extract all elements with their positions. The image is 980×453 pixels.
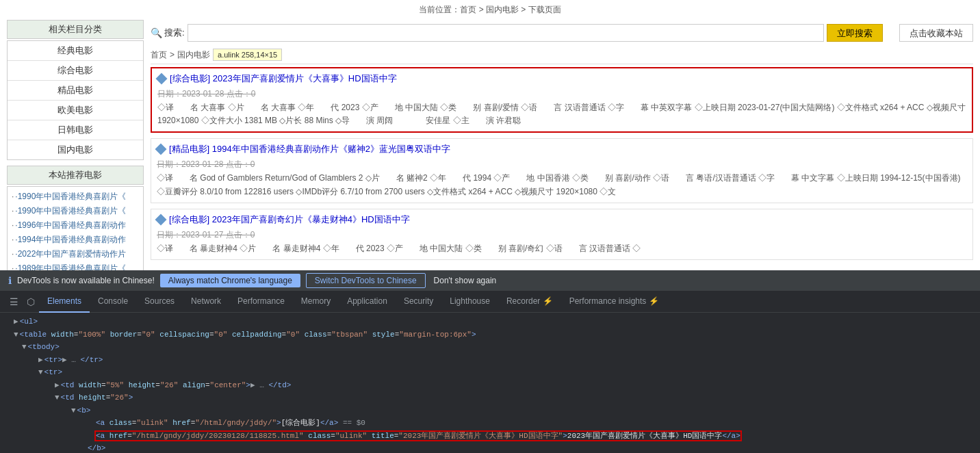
movie-title-link-1[interactable]: [综合电影] 2023年国产喜剧爱情片《大喜事》HD国语中字 (170, 73, 397, 85)
devtools-menu-icon[interactable]: ☰ (5, 294, 23, 310)
notification-text: DevTools is now available in Chinese! (17, 276, 155, 285)
devtools-code-area: ▶<ul> ▼<table width="100%" border="0" ce… (0, 313, 980, 453)
breadcrumb: 当前位置：首页 > 国内电影 > 下载页面 (0, 0, 980, 20)
category-title: 相关栏目分类 (7, 20, 144, 39)
search-label: 🔍 搜索: (151, 27, 185, 39)
search-icon: 🔍 (151, 27, 162, 38)
movie-title-row-1: [综合电影] 2023年国产喜剧爱情片《大喜事》HD国语中字 (157, 73, 966, 85)
tab-performance[interactable]: Performance (229, 291, 293, 313)
bookmark-button[interactable]: 点击收藏本站 (899, 24, 973, 42)
code-line-b: ▼<b> (47, 404, 975, 417)
recommend-item[interactable]: ·1990年中国香港经典喜剧片《 (12, 204, 139, 218)
tab-lighthouse[interactable]: Lighthouse (441, 291, 498, 313)
recommend-list: ·1990年中国香港经典喜剧片《 ·1990年中国香港经典喜剧片《 ·1996年… (7, 186, 144, 270)
code-line-b-close: </b> (47, 442, 975, 453)
collapse-icon[interactable]: ▶ (55, 380, 60, 391)
devtools-inspect-icon[interactable]: ⬡ (23, 294, 39, 310)
diamond-icon (155, 213, 167, 225)
sidebar-item-general[interactable]: 综合电影 (8, 61, 143, 81)
sidebar-item-domestic[interactable]: 国内电影 (8, 140, 143, 159)
code-line-tr-expanded: ▼<tr> (30, 366, 975, 379)
code-line-a-title[interactable]: <a href="/html/gndy/jddy/20230128/118825… (47, 430, 975, 443)
movie-title-row-3: [综合电影] 2023年国产喜剧奇幻片《暴走财神4》HD国语中字 (157, 213, 967, 226)
main-content: 相关栏目分类 经典电影 综合电影 精品电影 欧美电影 日韩电影 国内电影 本站推… (0, 20, 980, 270)
movie-title-link-2[interactable]: [精品电影] 1994年中国香港经典喜剧动作片《赌神2》蓝光国粤双语中字 (169, 143, 450, 155)
tab-application[interactable]: Application (339, 291, 396, 313)
collapse-icon[interactable]: ▼ (14, 329, 18, 341)
tab-performance-insights[interactable]: Performance insights ⚡ (561, 291, 667, 313)
movie-date-2: 日期：2023-01-28 点击：0 (157, 157, 967, 172)
info-icon: ℹ (8, 275, 12, 286)
code-line-a-ulink[interactable]: <a class="ulink" href="/html/gndy/jddy/"… (47, 417, 975, 430)
collapse-icon[interactable]: ▼ (22, 341, 27, 353)
tab-recorder[interactable]: Recorder ⚡ (498, 291, 561, 313)
website-area: 当前位置：首页 > 国内电影 > 下载页面 相关栏目分类 经典电影 综合电影 精… (0, 0, 980, 270)
recommend-item[interactable]: ·1996年中国香港经典喜剧动作 (12, 218, 139, 233)
recommend-item[interactable]: ·2022年中国产喜剧爱情动作片 (12, 247, 139, 261)
recommend-title: 本站推荐电影 (7, 166, 144, 185)
collapse-icon[interactable]: ▶ (14, 316, 18, 328)
tab-console[interactable]: Console (90, 291, 136, 313)
code-line-tr-collapsed: ▶<tr>▶ … </tr> (30, 354, 975, 367)
nav-home[interactable]: 首页 (151, 49, 167, 61)
tab-sources[interactable]: Sources (136, 291, 183, 313)
tab-network[interactable]: Network (183, 291, 229, 313)
recommend-item[interactable]: ·1989年中国香港经典喜剧片《 (12, 261, 139, 270)
movie-title-link-3[interactable]: [综合电影] 2023年国产喜剧奇幻片《暴走财神4》HD国语中字 (169, 213, 410, 226)
tab-memory[interactable]: Memory (293, 291, 339, 313)
right-content: 🔍 搜索: 立即搜索 点击收藏本站 首页 > 国内电影 a.ulink 258,… (151, 20, 973, 270)
recommend-item[interactable]: ·1990年中国香港经典喜剧片《 (12, 190, 139, 204)
tab-security[interactable]: Security (396, 291, 441, 313)
tooltip-ulink: a.ulink 258,14×15 (213, 49, 282, 61)
always-match-language-button[interactable]: Always match Chrome's language (160, 274, 300, 287)
code-line-ul: ▶<ul> (14, 315, 975, 328)
movie-detail-1: ◇译 名 大喜事 ◇片 名 大喜事 ◇年 代 2023 ◇产 地 中国大陆 ◇类… (157, 101, 966, 127)
diamond-icon (156, 73, 168, 85)
movie-detail-3: ◇译 名 暴走财神4 ◇片 名 暴走财神4 ◇年 代 2023 ◇产 地 中国大… (157, 242, 967, 255)
code-line-td1: ▶<td width="5%" height="26" align="cente… (38, 379, 975, 392)
movie-detail-2: ◇译 名 God of Gamblers Return/God of Glamb… (157, 172, 967, 198)
code-line-td2: ▼<td height="26"> (38, 391, 975, 404)
sidebar-item-classic[interactable]: 经典电影 (8, 41, 143, 61)
devtools-notification-bar: ℹ DevTools is now available in Chinese! … (0, 270, 980, 291)
tab-elements[interactable]: Elements (39, 291, 90, 313)
collapse-icon[interactable]: ▼ (71, 405, 76, 417)
sidebar-item-premium[interactable]: 精品电影 (8, 81, 143, 101)
movie-item-1: [综合电影] 2023年国产喜剧爱情片《大喜事》HD国语中字 日期：2023-0… (151, 67, 973, 133)
recommend-item[interactable]: ·1994年中国香港经典喜剧动作 (12, 233, 139, 247)
sidebar-nav: 经典电影 综合电影 精品电影 欧美电影 日韩电影 国内电影 (7, 40, 144, 160)
movie-item-3: [综合电影] 2023年国产喜剧奇幻片《暴走财神4》HD国语中字 日期：2023… (151, 209, 973, 260)
devtools-html-tree: ▶<ul> ▼<table width="100%" border="0" ce… (0, 313, 980, 453)
search-button[interactable]: 立即搜索 (827, 24, 883, 42)
left-sidebar: 相关栏目分类 经典电影 综合电影 精品电影 欧美电影 日韩电影 国内电影 本站推… (7, 20, 144, 270)
nav-category[interactable]: 国内电影 (177, 49, 210, 61)
search-input[interactable] (188, 24, 824, 42)
sidebar-item-korean[interactable]: 日韩电影 (8, 120, 143, 140)
collapse-icon[interactable]: ▶ (38, 354, 43, 366)
collapse-icon[interactable]: ▼ (55, 392, 60, 404)
search-bar: 🔍 搜索: 立即搜索 点击收藏本站 (151, 20, 973, 46)
movie-title-row-2: [精品电影] 1994年中国香港经典喜剧动作片《赌神2》蓝光国粤双语中字 (157, 143, 967, 155)
movie-item-2: [精品电影] 1994年中国香港经典喜剧动作片《赌神2》蓝光国粤双语中字 日期：… (151, 138, 973, 203)
code-line-tbody: ▼<tbody> (22, 341, 975, 354)
switch-devtools-chinese-button[interactable]: Switch DevTools to Chinese (306, 273, 426, 288)
dont-show-again-button[interactable]: Don't show again (434, 276, 497, 285)
collapse-icon[interactable]: ▼ (38, 367, 43, 378)
devtools-tabs-bar: ☰ ⬡ Elements Console Sources Network Per… (0, 291, 980, 313)
movie-date-1: 日期：2023-01-28 点击：0 (157, 87, 966, 101)
diamond-icon (155, 144, 167, 155)
sidebar-item-western[interactable]: 欧美电影 (8, 101, 143, 120)
movie-date-3: 日期：2023-01-27 点击：0 (157, 228, 967, 242)
content-nav: 首页 > 国内电影 a.ulink 258,14×15 (151, 46, 973, 64)
code-line-table: ▼<table width="100%" border="0" cellspac… (14, 328, 975, 341)
